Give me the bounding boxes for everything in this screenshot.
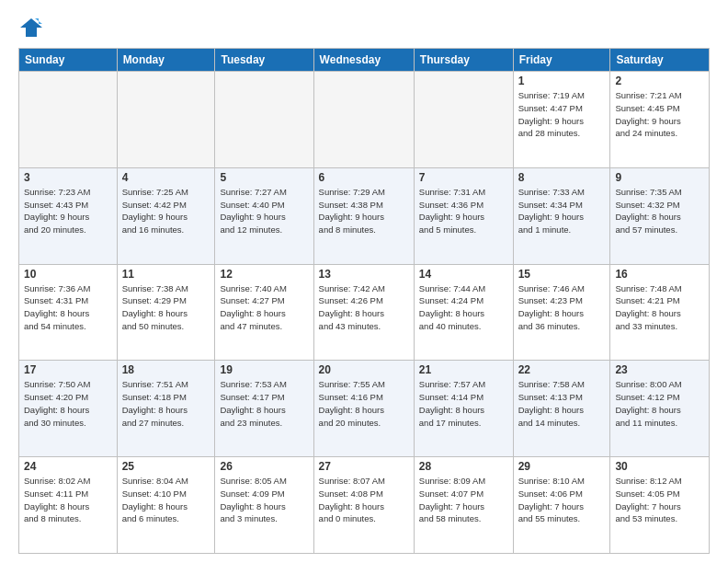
day-number: 11 bbox=[122, 268, 210, 281]
logo bbox=[18, 15, 48, 40]
day-info: Sunrise: 7:57 AM Sunset: 4:14 PM Dayligh… bbox=[419, 378, 508, 429]
day-number: 12 bbox=[220, 268, 308, 281]
day-info: Sunrise: 7:46 AM Sunset: 4:23 PM Dayligh… bbox=[518, 282, 606, 333]
day-info: Sunrise: 7:36 AM Sunset: 4:31 PM Dayligh… bbox=[24, 282, 112, 333]
calendar-cell: 1Sunrise: 7:19 AM Sunset: 4:47 PM Daylig… bbox=[513, 72, 610, 168]
calendar-cell: 18Sunrise: 7:51 AM Sunset: 4:18 PM Dayli… bbox=[117, 361, 215, 457]
day-number: 14 bbox=[419, 268, 508, 281]
calendar-cell bbox=[313, 72, 414, 168]
svg-marker-0 bbox=[20, 18, 42, 37]
day-info: Sunrise: 8:04 AM Sunset: 4:10 PM Dayligh… bbox=[122, 475, 210, 525]
day-info: Sunrise: 8:09 AM Sunset: 4:07 PM Dayligh… bbox=[419, 475, 508, 525]
day-info: Sunrise: 7:21 AM Sunset: 4:45 PM Dayligh… bbox=[615, 89, 704, 140]
calendar-cell: 21Sunrise: 7:57 AM Sunset: 4:14 PM Dayli… bbox=[414, 361, 513, 457]
day-number: 22 bbox=[518, 363, 606, 376]
day-info: Sunrise: 7:53 AM Sunset: 4:17 PM Dayligh… bbox=[220, 378, 308, 429]
calendar-cell: 30Sunrise: 8:12 AM Sunset: 4:05 PM Dayli… bbox=[610, 457, 710, 554]
calendar-cell: 3Sunrise: 7:23 AM Sunset: 4:43 PM Daylig… bbox=[19, 167, 118, 264]
day-number: 25 bbox=[122, 460, 210, 473]
day-number: 19 bbox=[220, 363, 308, 376]
calendar-cell: 26Sunrise: 8:05 AM Sunset: 4:09 PM Dayli… bbox=[215, 457, 313, 554]
day-number: 24 bbox=[24, 460, 112, 473]
day-number: 5 bbox=[220, 171, 308, 184]
calendar-cell: 24Sunrise: 8:02 AM Sunset: 4:11 PM Dayli… bbox=[19, 457, 118, 554]
day-number: 28 bbox=[419, 460, 508, 473]
calendar: SundayMondayTuesdayWednesdayThursdayFrid… bbox=[18, 48, 710, 554]
calendar-cell: 4Sunrise: 7:25 AM Sunset: 4:42 PM Daylig… bbox=[117, 167, 215, 264]
day-number: 23 bbox=[615, 363, 704, 376]
calendar-cell: 20Sunrise: 7:55 AM Sunset: 4:16 PM Dayli… bbox=[313, 361, 414, 457]
day-number: 8 bbox=[518, 171, 606, 184]
day-number: 30 bbox=[615, 460, 704, 473]
logo-icon bbox=[18, 15, 44, 40]
calendar-cell: 16Sunrise: 7:48 AM Sunset: 4:21 PM Dayli… bbox=[610, 264, 710, 361]
weekday-header-friday: Friday bbox=[513, 49, 610, 72]
day-number: 13 bbox=[319, 268, 409, 281]
day-number: 2 bbox=[615, 75, 704, 87]
weekday-header-saturday: Saturday bbox=[610, 49, 710, 72]
calendar-cell: 28Sunrise: 8:09 AM Sunset: 4:07 PM Dayli… bbox=[414, 457, 513, 554]
day-info: Sunrise: 8:05 AM Sunset: 4:09 PM Dayligh… bbox=[220, 475, 308, 525]
day-info: Sunrise: 7:29 AM Sunset: 4:38 PM Dayligh… bbox=[319, 186, 409, 236]
calendar-cell: 15Sunrise: 7:46 AM Sunset: 4:23 PM Dayli… bbox=[513, 264, 610, 361]
day-info: Sunrise: 7:42 AM Sunset: 4:26 PM Dayligh… bbox=[319, 282, 409, 333]
calendar-cell bbox=[414, 72, 513, 168]
calendar-cell: 29Sunrise: 8:10 AM Sunset: 4:06 PM Dayli… bbox=[513, 457, 610, 554]
day-info: Sunrise: 7:48 AM Sunset: 4:21 PM Dayligh… bbox=[615, 282, 704, 333]
header bbox=[18, 15, 710, 40]
day-number: 21 bbox=[419, 363, 508, 376]
weekday-header-monday: Monday bbox=[117, 49, 215, 72]
day-info: Sunrise: 8:12 AM Sunset: 4:05 PM Dayligh… bbox=[615, 475, 704, 525]
day-info: Sunrise: 7:33 AM Sunset: 4:34 PM Dayligh… bbox=[518, 186, 606, 236]
day-number: 15 bbox=[518, 268, 606, 281]
day-number: 3 bbox=[24, 171, 112, 184]
day-info: Sunrise: 7:38 AM Sunset: 4:29 PM Dayligh… bbox=[122, 282, 210, 333]
day-number: 4 bbox=[122, 171, 210, 184]
weekday-header-thursday: Thursday bbox=[414, 49, 513, 72]
day-info: Sunrise: 7:51 AM Sunset: 4:18 PM Dayligh… bbox=[122, 378, 210, 429]
day-info: Sunrise: 7:19 AM Sunset: 4:47 PM Dayligh… bbox=[518, 89, 606, 140]
calendar-cell: 10Sunrise: 7:36 AM Sunset: 4:31 PM Dayli… bbox=[19, 264, 118, 361]
calendar-cell: 19Sunrise: 7:53 AM Sunset: 4:17 PM Dayli… bbox=[215, 361, 313, 457]
day-number: 16 bbox=[615, 268, 704, 281]
day-info: Sunrise: 7:50 AM Sunset: 4:20 PM Dayligh… bbox=[24, 378, 112, 429]
calendar-cell: 17Sunrise: 7:50 AM Sunset: 4:20 PM Dayli… bbox=[19, 361, 118, 457]
day-info: Sunrise: 7:35 AM Sunset: 4:32 PM Dayligh… bbox=[615, 186, 704, 236]
day-info: Sunrise: 7:23 AM Sunset: 4:43 PM Dayligh… bbox=[24, 186, 112, 236]
calendar-cell bbox=[215, 72, 313, 168]
calendar-cell: 23Sunrise: 8:00 AM Sunset: 4:12 PM Dayli… bbox=[610, 361, 710, 457]
day-info: Sunrise: 8:07 AM Sunset: 4:08 PM Dayligh… bbox=[319, 475, 409, 525]
day-number: 29 bbox=[518, 460, 606, 473]
page: SundayMondayTuesdayWednesdayThursdayFrid… bbox=[0, 0, 728, 563]
day-number: 20 bbox=[319, 363, 409, 376]
calendar-cell: 11Sunrise: 7:38 AM Sunset: 4:29 PM Dayli… bbox=[117, 264, 215, 361]
calendar-cell: 2Sunrise: 7:21 AM Sunset: 4:45 PM Daylig… bbox=[610, 72, 710, 168]
day-info: Sunrise: 7:25 AM Sunset: 4:42 PM Dayligh… bbox=[122, 186, 210, 236]
calendar-cell: 14Sunrise: 7:44 AM Sunset: 4:24 PM Dayli… bbox=[414, 264, 513, 361]
day-info: Sunrise: 7:40 AM Sunset: 4:27 PM Dayligh… bbox=[220, 282, 308, 333]
calendar-cell bbox=[19, 72, 118, 168]
day-number: 9 bbox=[615, 171, 704, 184]
calendar-cell: 13Sunrise: 7:42 AM Sunset: 4:26 PM Dayli… bbox=[313, 264, 414, 361]
day-number: 1 bbox=[518, 75, 606, 87]
calendar-cell: 25Sunrise: 8:04 AM Sunset: 4:10 PM Dayli… bbox=[117, 457, 215, 554]
calendar-cell: 8Sunrise: 7:33 AM Sunset: 4:34 PM Daylig… bbox=[513, 167, 610, 264]
weekday-header-sunday: Sunday bbox=[19, 49, 118, 72]
weekday-header-tuesday: Tuesday bbox=[215, 49, 313, 72]
weekday-header-wednesday: Wednesday bbox=[313, 49, 414, 72]
day-info: Sunrise: 7:44 AM Sunset: 4:24 PM Dayligh… bbox=[419, 282, 508, 333]
calendar-cell bbox=[117, 72, 215, 168]
day-info: Sunrise: 8:02 AM Sunset: 4:11 PM Dayligh… bbox=[24, 475, 112, 525]
day-number: 6 bbox=[319, 171, 409, 184]
calendar-cell: 9Sunrise: 7:35 AM Sunset: 4:32 PM Daylig… bbox=[610, 167, 710, 264]
day-info: Sunrise: 7:55 AM Sunset: 4:16 PM Dayligh… bbox=[319, 378, 409, 429]
calendar-cell: 5Sunrise: 7:27 AM Sunset: 4:40 PM Daylig… bbox=[215, 167, 313, 264]
day-number: 7 bbox=[419, 171, 508, 184]
calendar-cell: 12Sunrise: 7:40 AM Sunset: 4:27 PM Dayli… bbox=[215, 264, 313, 361]
day-info: Sunrise: 7:58 AM Sunset: 4:13 PM Dayligh… bbox=[518, 378, 606, 429]
calendar-cell: 27Sunrise: 8:07 AM Sunset: 4:08 PM Dayli… bbox=[313, 457, 414, 554]
day-info: Sunrise: 8:10 AM Sunset: 4:06 PM Dayligh… bbox=[518, 475, 606, 525]
day-info: Sunrise: 7:31 AM Sunset: 4:36 PM Dayligh… bbox=[419, 186, 508, 236]
calendar-cell: 6Sunrise: 7:29 AM Sunset: 4:38 PM Daylig… bbox=[313, 167, 414, 264]
day-number: 17 bbox=[24, 363, 112, 376]
